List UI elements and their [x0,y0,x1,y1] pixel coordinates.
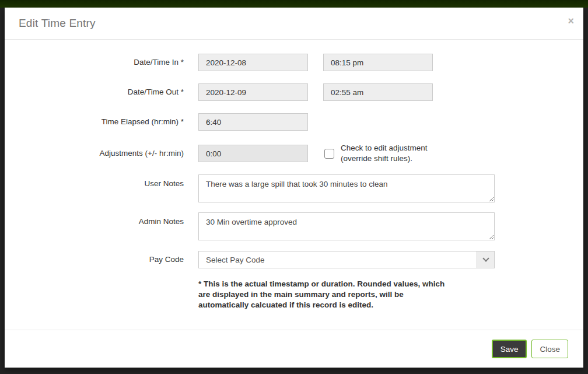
save-button[interactable]: Save [492,340,527,358]
admin-notes-textarea[interactable]: 30 Min overtime approved [198,212,495,240]
modal-title: Edit Time Entry [19,17,96,30]
modal-footer: Save Close [5,330,583,368]
close-icon[interactable]: × [568,16,574,26]
user-notes-label: User Notes [5,174,198,188]
pay-code-select[interactable]: Select Pay Code [198,251,495,268]
row-time-elapsed: Time Elapsed (hr:min) * [5,113,583,131]
chevron-down-icon [482,255,489,261]
modal-header: Edit Time Entry × [5,8,583,40]
date-time-in-label: Date/Time In * [5,58,198,67]
pay-code-label: Pay Code [5,255,198,264]
adjustment-checkbox[interactable] [324,149,334,159]
admin-notes-label: Admin Notes [5,212,198,226]
close-button[interactable]: Close [531,340,568,358]
time-in-input[interactable] [323,54,433,71]
date-out-input[interactable] [198,83,308,101]
row-date-time-out: Date/Time Out * [5,83,583,101]
adjustments-label: Adjustments (+/- hr:min) [5,149,198,158]
row-date-time-in: Date/Time In * [5,54,583,71]
row-user-notes: User Notes There was a large spill that … [5,174,583,202]
select-arrow-box[interactable] [477,251,494,268]
date-time-out-label: Date/Time Out * [5,88,198,97]
row-pay-code: Pay Code Select Pay Code [5,251,583,268]
app-header-bar [0,0,588,8]
pay-code-selected-value: Select Pay Code [199,256,477,264]
user-notes-textarea[interactable]: There was a large spill that took 30 min… [198,174,495,202]
adjustment-checkbox-group: Check to edit adjustment (override shift… [324,143,444,164]
time-elapsed-label: Time Elapsed (hr:min) * [5,117,198,127]
date-in-input[interactable] [198,54,308,71]
row-adjustments: Adjustments (+/- hr:min) Check to edit a… [5,143,583,164]
time-out-input[interactable] [323,83,433,101]
adjustments-input[interactable] [198,145,308,162]
time-elapsed-input[interactable] [198,113,308,131]
modal-body: Date/Time In * Date/Time Out * Time Elap… [5,40,583,310]
timestamp-footnote: * This is the actual timestamp or durati… [198,279,450,310]
adjustment-checkbox-label: Check to edit adjustment (override shift… [341,143,444,164]
edit-time-entry-modal: Edit Time Entry × Date/Time In * Date/Ti… [5,8,583,368]
row-admin-notes: Admin Notes 30 Min overtime approved [5,212,583,240]
